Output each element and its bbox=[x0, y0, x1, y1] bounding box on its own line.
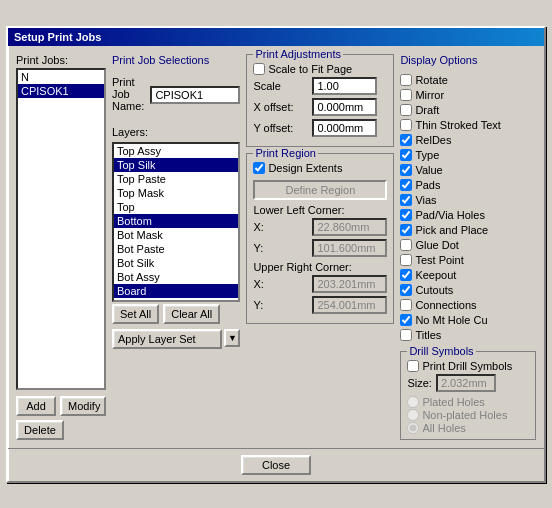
print-region-title: Print Region bbox=[253, 147, 318, 159]
design-extents-label: Design Extents bbox=[268, 162, 342, 174]
non-plated-holes-label: Non-plated Holes bbox=[422, 409, 507, 421]
drill-symbols-group: Drill Symbols Print Drill Symbols Size: … bbox=[400, 351, 536, 440]
display-options-list: Rotate Mirror Draft Thin Stroked Text Re… bbox=[400, 74, 536, 343]
add-button[interactable]: Add bbox=[16, 396, 56, 416]
title-bar: Setup Print Jobs bbox=[8, 28, 544, 46]
glue-dot-checkbox[interactable] bbox=[400, 239, 412, 251]
delete-button[interactable]: Delete bbox=[16, 420, 64, 440]
design-extents-checkbox[interactable] bbox=[253, 162, 265, 174]
pad-via-holes-label: Pad/Via Holes bbox=[415, 209, 485, 221]
no-mt-hole-cu-checkbox[interactable] bbox=[400, 314, 412, 326]
all-holes-label: All Holes bbox=[422, 422, 465, 434]
reldes-label: RelDes bbox=[415, 134, 451, 146]
type-checkbox[interactable] bbox=[400, 149, 412, 161]
y-offset-input[interactable] bbox=[312, 119, 377, 137]
print-drill-symbols-label: Print Drill Symbols bbox=[422, 360, 512, 372]
drill-symbols-title: Drill Symbols bbox=[407, 345, 475, 357]
connections-checkbox[interactable] bbox=[400, 299, 412, 311]
draft-checkbox[interactable] bbox=[400, 104, 412, 116]
layer-set-dropdown-btn[interactable]: ▼ bbox=[224, 329, 240, 347]
non-plated-holes-radio bbox=[407, 409, 419, 421]
layer-item-bot-assy[interactable]: Bot Assy bbox=[114, 270, 238, 284]
right-panel: Display Options Rotate Mirror Draft Thin… bbox=[400, 54, 536, 440]
test-point-label: Test Point bbox=[415, 254, 463, 266]
layer-item-top-paste[interactable]: Top Paste bbox=[114, 172, 238, 186]
print-drill-symbols-checkbox[interactable] bbox=[407, 360, 419, 372]
pick-and-place-label: Pick and Place bbox=[415, 224, 488, 236]
type-label: Type bbox=[415, 149, 439, 161]
scale-to-fit-checkbox[interactable] bbox=[253, 63, 265, 75]
connections-label: Connections bbox=[415, 299, 476, 311]
reldes-checkbox[interactable] bbox=[400, 134, 412, 146]
middle-panel: Print Job Selections Print Job Name: Lay… bbox=[112, 54, 240, 440]
layer-item-bottom[interactable]: Bottom bbox=[114, 214, 238, 228]
print-adjustments-group: Print Adjustments Scale to Fit Page Scal… bbox=[246, 54, 394, 147]
print-region-group: Print Region Design Extents Define Regio… bbox=[246, 153, 394, 324]
upper-right-y-input bbox=[312, 296, 387, 314]
mirror-label: Mirror bbox=[415, 89, 444, 101]
rotate-label: Rotate bbox=[415, 74, 447, 86]
titles-label: Titles bbox=[415, 329, 441, 341]
value-label: Value bbox=[415, 164, 442, 176]
upper-right-label: Upper Right Corner: bbox=[253, 261, 387, 273]
layer-item-bot-silk[interactable]: Bot Silk bbox=[114, 256, 238, 270]
define-region-button[interactable]: Define Region bbox=[253, 180, 387, 200]
layer-item-bot-paste[interactable]: Bot Paste bbox=[114, 242, 238, 256]
set-all-button[interactable]: Set All bbox=[112, 304, 159, 324]
layers-list[interactable]: Top Assy Top Silk Top Paste Top Mask Top… bbox=[112, 142, 240, 302]
value-checkbox[interactable] bbox=[400, 164, 412, 176]
print-job-name-input[interactable] bbox=[150, 86, 240, 104]
rotate-checkbox[interactable] bbox=[400, 74, 412, 86]
glue-dot-label: Glue Dot bbox=[415, 239, 458, 251]
size-label: Size: bbox=[407, 377, 431, 389]
left-panel: Print Jobs: N CPISOK1 Add Modify Delete bbox=[16, 54, 106, 440]
cutouts-label: Cutouts bbox=[415, 284, 453, 296]
close-button[interactable]: Close bbox=[241, 455, 311, 475]
upper-right-x-input bbox=[312, 275, 387, 293]
keepout-checkbox[interactable] bbox=[400, 269, 412, 281]
vias-label: Vias bbox=[415, 194, 436, 206]
layer-item-top-silk[interactable]: Top Silk bbox=[114, 158, 238, 172]
list-item-selected[interactable]: CPISOK1 bbox=[18, 84, 104, 98]
scale-label: Scale bbox=[253, 80, 308, 92]
layer-item-board[interactable]: Board bbox=[114, 284, 238, 298]
keepout-label: Keepout bbox=[415, 269, 456, 281]
x-offset-input[interactable] bbox=[312, 98, 377, 116]
titles-checkbox[interactable] bbox=[400, 329, 412, 341]
x-offset-label: X offset: bbox=[253, 101, 308, 113]
no-mt-hole-cu-label: No Mt Hole Cu bbox=[415, 314, 487, 326]
pads-checkbox[interactable] bbox=[400, 179, 412, 191]
layer-item-top-mask[interactable]: Top Mask bbox=[114, 186, 238, 200]
all-holes-radio bbox=[407, 422, 419, 434]
lower-left-x-input bbox=[312, 218, 387, 236]
cutouts-checkbox[interactable] bbox=[400, 284, 412, 296]
pad-via-holes-checkbox[interactable] bbox=[400, 209, 412, 221]
apply-layer-set-button[interactable]: Apply Layer Set bbox=[112, 329, 222, 349]
lower-left-y-input bbox=[312, 239, 387, 257]
dialog-title: Setup Print Jobs bbox=[14, 31, 101, 43]
thin-stroked-text-label: Thin Stroked Text bbox=[415, 119, 500, 131]
vias-checkbox[interactable] bbox=[400, 194, 412, 206]
modify-button[interactable]: Modify bbox=[60, 396, 106, 416]
print-jobs-label: Print Jobs: bbox=[16, 54, 106, 66]
mirror-checkbox[interactable] bbox=[400, 89, 412, 101]
layer-item-top-assy[interactable]: Top Assy bbox=[114, 144, 238, 158]
setup-print-jobs-dialog: Setup Print Jobs Print Jobs: N CPISOK1 A… bbox=[6, 26, 546, 483]
clear-all-button[interactable]: Clear All bbox=[163, 304, 220, 324]
list-item[interactable]: N bbox=[18, 70, 104, 84]
layer-item-top[interactable]: Top bbox=[114, 200, 238, 214]
pads-label: Pads bbox=[415, 179, 440, 191]
test-point-checkbox[interactable] bbox=[400, 254, 412, 266]
print-jobs-list[interactable]: N CPISOK1 bbox=[16, 68, 106, 390]
scale-input[interactable] bbox=[312, 77, 377, 95]
draft-label: Draft bbox=[415, 104, 439, 116]
lower-left-x-label: X: bbox=[253, 221, 308, 233]
print-job-selections-label: Print Job Selections bbox=[112, 54, 240, 66]
print-adjustments-title: Print Adjustments bbox=[253, 48, 343, 60]
layer-item-bot-mask[interactable]: Bot Mask bbox=[114, 228, 238, 242]
pick-and-place-checkbox[interactable] bbox=[400, 224, 412, 236]
layers-label: Layers: bbox=[112, 126, 240, 138]
footer: Close bbox=[8, 448, 544, 481]
lower-left-y-label: Y: bbox=[253, 242, 308, 254]
thin-stroked-text-checkbox[interactable] bbox=[400, 119, 412, 131]
